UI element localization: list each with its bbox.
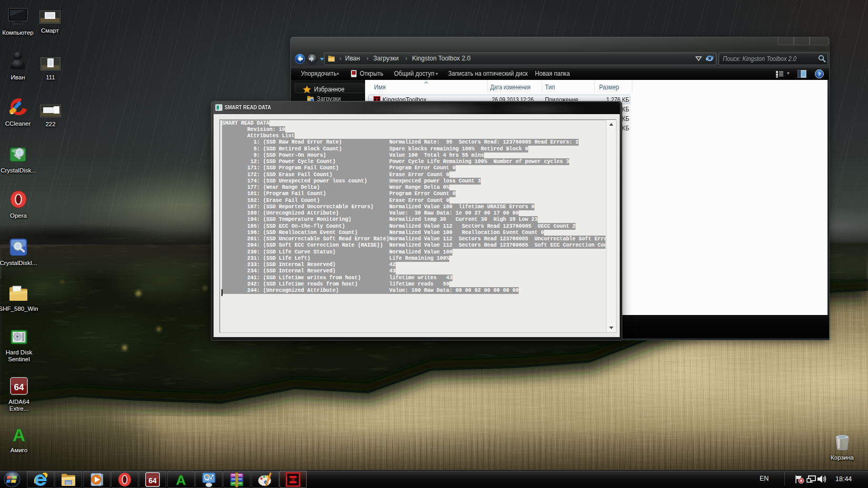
svg-text:A: A — [176, 472, 186, 487]
svg-text:64: 64 — [14, 382, 24, 392]
svg-text:64: 64 — [148, 476, 157, 484]
svg-text:?: ? — [818, 71, 821, 77]
svg-text:A: A — [13, 425, 26, 443]
